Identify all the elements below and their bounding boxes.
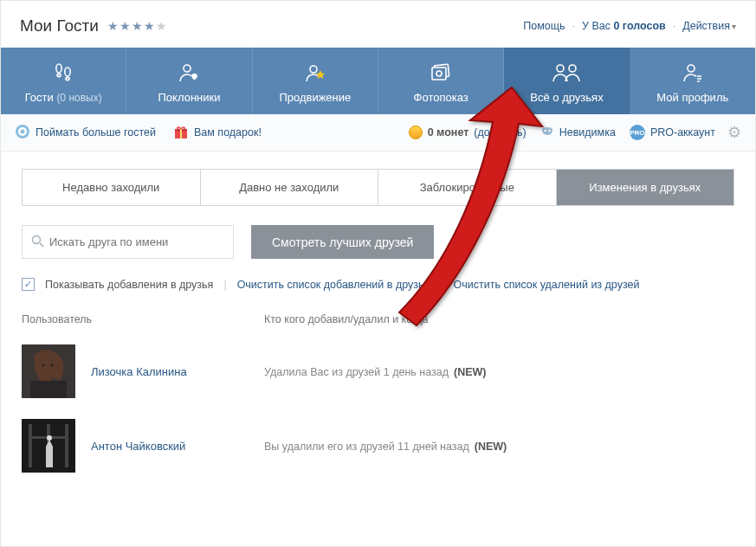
gift-icon [173, 125, 189, 140]
mask-icon [540, 125, 554, 141]
page-title: Мои Гости [20, 16, 99, 35]
svg-point-11 [688, 65, 695, 72]
svg-point-25 [51, 364, 54, 367]
invisible-link[interactable]: Невидимка [540, 125, 616, 141]
svg-point-3 [66, 77, 69, 80]
search-input[interactable] [44, 226, 224, 258]
subtab-blocked[interactable]: Заблокированные [378, 170, 557, 205]
svg-rect-17 [180, 129, 182, 138]
buy-coins-link[interactable]: (докупить) [474, 126, 526, 138]
avatar[interactable] [22, 419, 75, 473]
svg-point-1 [57, 74, 61, 76]
coins-count: 0 монет [428, 126, 469, 138]
svg-rect-26 [30, 381, 67, 398]
coin-icon [409, 125, 423, 139]
catch-guests-link[interactable]: Поймать больше гостей [15, 124, 156, 142]
svg-point-10 [569, 65, 576, 72]
star-person-icon [256, 60, 374, 86]
svg-point-9 [557, 65, 564, 72]
footprints-icon [4, 60, 122, 86]
separator: · [571, 20, 577, 32]
group-icon [507, 60, 625, 86]
svg-point-19 [548, 129, 550, 131]
target-icon [15, 124, 30, 142]
gift-link[interactable]: Вам подарок! [173, 125, 262, 140]
subtab-changes[interactable]: Изменения в друзьях [557, 170, 734, 205]
user-name-link[interactable]: Лизочка Калинина [91, 365, 187, 378]
gear-icon[interactable]: ⚙ [727, 123, 741, 142]
subtabs: Недавно заходили Давно не заходили Забло… [22, 169, 734, 206]
pro-badge-icon: PRO [630, 125, 645, 140]
svg-point-24 [42, 364, 45, 367]
svg-point-14 [21, 129, 25, 133]
svg-point-32 [47, 435, 52, 441]
show-additions-label: Показывать добавления в друзья [45, 279, 213, 291]
svg-point-5 [310, 66, 317, 73]
clear-removals-link[interactable]: Очистить список удалений из друзей [454, 279, 640, 291]
main-nav: Гости (0 новых) Поклонники Продвижение Ф… [1, 48, 755, 114]
clear-additions-link[interactable]: Очистить список добавлений в друзья [237, 279, 430, 291]
best-friends-button[interactable]: Смотреть лучших друзей [251, 225, 434, 259]
help-link[interactable]: Помощь [523, 20, 565, 32]
nav-guests[interactable]: Гости (0 новых) [1, 48, 126, 114]
svg-point-2 [65, 68, 70, 76]
subtab-recent[interactable]: Недавно заходили [23, 170, 201, 205]
chevron-down-icon: ▾ [732, 22, 736, 31]
nav-profile[interactable]: Мой профиль [630, 48, 755, 114]
show-additions-checkbox[interactable]: ✓ [22, 278, 35, 291]
profile-icon [634, 60, 752, 86]
svg-line-21 [40, 243, 43, 247]
action-text: Вы удалили его из друзей 11 дней назад(N… [264, 441, 507, 453]
votes-text: У Вас 0 голосов [582, 20, 666, 32]
search-input-wrapper[interactable] [22, 225, 234, 259]
actions-dropdown[interactable]: Действия▾ [682, 20, 736, 32]
heart-person-icon [130, 60, 248, 86]
table-row: Лизочка Калинина Удалила Вас из друзей 1… [22, 334, 734, 409]
svg-rect-7 [432, 68, 446, 80]
table-row: Антон Чайковский Вы удалили его из друзе… [22, 409, 734, 483]
svg-point-0 [56, 64, 61, 73]
svg-point-18 [544, 129, 546, 131]
svg-rect-28 [29, 424, 32, 467]
subtab-long-ago[interactable]: Давно не заходили [201, 170, 379, 205]
nav-photo[interactable]: Фотопоказ [378, 48, 504, 114]
separator: · [671, 20, 677, 32]
nav-promo[interactable]: Продвижение [253, 48, 378, 114]
search-icon [31, 235, 44, 250]
avatar[interactable] [22, 344, 75, 398]
svg-rect-29 [65, 424, 68, 467]
nav-fans[interactable]: Поклонники [126, 48, 252, 114]
user-name-link[interactable]: Антон Чайковский [91, 440, 185, 453]
column-user-header: Пользователь [22, 313, 264, 325]
nav-friends[interactable]: Всё о друзьях [504, 48, 630, 114]
rating-stars[interactable]: ★★★★★ [107, 19, 168, 33]
photo-stack-icon [382, 60, 500, 86]
svg-point-20 [33, 235, 41, 243]
pro-link[interactable]: PRO PRO-аккаунт [630, 125, 715, 140]
action-text: Удалила Вас из друзей 1 день назад(NEW) [264, 366, 487, 378]
column-action-header: Кто кого добавил/удалил и когда [264, 313, 734, 325]
svg-point-4 [184, 65, 191, 72]
